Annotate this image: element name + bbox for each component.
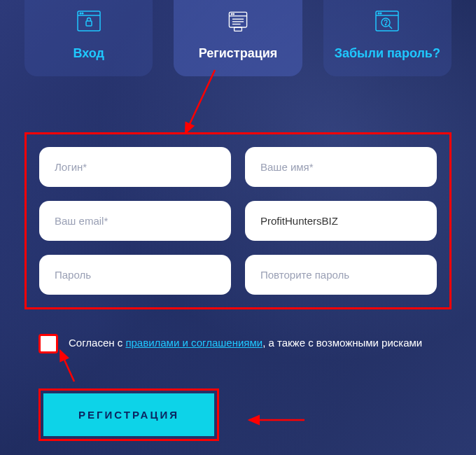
svg-point-7: [231, 13, 232, 14]
svg-point-19: [386, 24, 386, 24]
registration-form: [39, 147, 437, 295]
agreement-prefix: Согласен с: [69, 337, 125, 349]
tab-register-label: Регистрация: [199, 46, 278, 61]
terms-link[interactable]: правилами и соглашениями: [125, 337, 262, 349]
login-input[interactable]: [39, 147, 231, 187]
password-repeat-input[interactable]: [245, 255, 437, 295]
svg-rect-12: [234, 27, 242, 31]
tab-login[interactable]: Вход: [24, 0, 153, 76]
tab-login-label: Вход: [73, 46, 104, 61]
tab-forgot-password[interactable]: Забыли пароль?: [323, 0, 451, 76]
lock-icon: [76, 8, 102, 34]
svg-line-20: [186, 70, 215, 133]
agreement-suffix: , а также с возможными рисками: [262, 337, 422, 349]
agreement-checkbox[interactable]: [38, 334, 58, 354]
submit-highlight: РЕГИСТРАЦИЯ: [38, 388, 219, 441]
svg-point-3: [82, 13, 83, 14]
register-button[interactable]: РЕГИСТРАЦИЯ: [43, 393, 214, 436]
registration-form-highlight: [24, 132, 451, 309]
tab-forgot-label: Забыли пароль?: [335, 46, 440, 61]
agreement-text: Согласен с правилами и соглашениями, а т…: [69, 334, 422, 352]
auth-tabs: Вход Регистрация: [0, 0, 476, 76]
svg-point-16: [381, 13, 382, 14]
annotation-arrow-to-submit: [245, 413, 308, 427]
email-input[interactable]: [39, 201, 231, 241]
form-icon: [225, 8, 251, 34]
svg-line-21: [60, 351, 74, 382]
question-search-icon: [374, 8, 400, 34]
name-input[interactable]: [245, 147, 437, 187]
agreement-row: Согласен с правилами и соглашениями, а т…: [38, 334, 438, 354]
svg-point-15: [379, 13, 380, 14]
referrer-input[interactable]: [245, 201, 437, 241]
svg-rect-4: [86, 21, 92, 26]
svg-point-8: [233, 13, 234, 14]
password-input[interactable]: [39, 255, 231, 295]
tab-register[interactable]: Регистрация: [174, 0, 302, 76]
svg-point-2: [80, 13, 81, 14]
svg-line-18: [389, 26, 393, 29]
annotation-arrow-to-form: [178, 66, 220, 140]
